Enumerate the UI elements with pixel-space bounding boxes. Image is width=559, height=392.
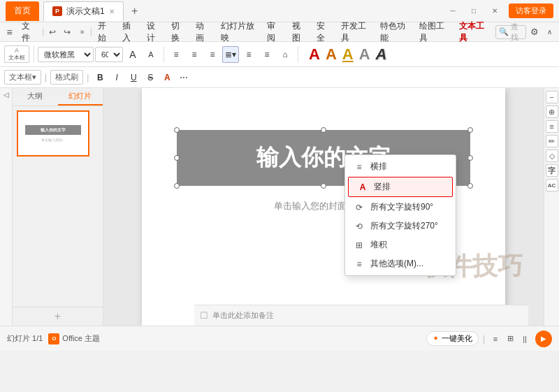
slides-tab[interactable]: 幻灯片 xyxy=(58,88,103,106)
dropdown-label-horizontal: 横排 xyxy=(370,161,387,173)
rp-ac-button[interactable]: AC xyxy=(546,179,558,191)
text-align3-button[interactable]: ≡ xyxy=(259,46,275,63)
dropdown-item-horizontal[interactable]: ≡ 横排 xyxy=(345,157,456,176)
menu-animation[interactable]: 动画 xyxy=(191,19,215,45)
align-left-button[interactable]: ≡ xyxy=(168,46,184,63)
home-tab[interactable]: 首页 xyxy=(6,1,39,21)
menu-hamburger-icon[interactable]: ≡ xyxy=(3,24,16,40)
view-outline-button[interactable]: ≡ xyxy=(489,333,502,345)
stacked-icon: ⊞ xyxy=(354,240,365,251)
add-slide-icon[interactable]: + xyxy=(55,310,61,323)
dropdown-item-more[interactable]: ≡ 其他选项(M)... xyxy=(345,254,456,273)
more-format-button[interactable]: ⋯ xyxy=(176,70,191,85)
textbox-button[interactable]: A 文本框 xyxy=(4,45,29,63)
font-decrease-button[interactable]: A xyxy=(143,46,159,63)
bold-button[interactable]: B xyxy=(92,70,108,85)
handle-bottom-right[interactable] xyxy=(467,183,473,189)
align-justify-button[interactable]: ≡ xyxy=(204,46,221,63)
left-panel: ◁ xyxy=(0,88,13,326)
undo-icon[interactable]: ↩ xyxy=(45,24,59,40)
visitor-login-button[interactable]: 访客登录 xyxy=(509,3,553,18)
menu-insert[interactable]: 插入 xyxy=(118,19,141,45)
add-note-area[interactable]: ☐ 单击此处添加备注 xyxy=(194,305,528,326)
slide-canvas: 输入你的文字 单击输入您的封面副标题 ≡ 横排 xyxy=(142,88,505,326)
dropdown-item-rotate270[interactable]: ⟲ 所有文字旋转270° xyxy=(345,217,456,235)
rp-text-button[interactable]: 字 xyxy=(546,164,558,177)
doc-tab-label: 演示文稿1 xyxy=(66,6,105,17)
textbox-icon: A xyxy=(15,47,19,54)
redo-icon[interactable]: ↪ xyxy=(61,24,74,40)
rp-shape-button[interactable]: ◇ xyxy=(546,150,558,162)
handle-top-left[interactable] xyxy=(174,127,180,133)
menu-review[interactable]: 审阅 xyxy=(263,19,286,45)
slide-item-1[interactable]: 1 输入你的文字 单击输入您的... xyxy=(17,110,99,161)
slide-list: 1 输入你的文字 单击输入您的... xyxy=(13,106,103,307)
handle-bottom-left[interactable] xyxy=(174,183,180,189)
menu-design[interactable]: 设计 xyxy=(143,19,166,45)
settings-icon[interactable]: ⚙ xyxy=(528,24,541,40)
italic-button[interactable]: I xyxy=(109,70,124,85)
left-panel-icon-1[interactable]: ◁ xyxy=(3,91,9,99)
font-name-select[interactable]: 微软雅黑 xyxy=(38,47,94,62)
underline-button[interactable]: U xyxy=(126,70,141,85)
text-style-btn-1[interactable]: A xyxy=(309,45,320,64)
font-size-select[interactable]: 60 xyxy=(95,47,123,62)
view-grid-button[interactable]: ⊞ xyxy=(504,333,516,345)
rp-pencil-button[interactable]: ✏ xyxy=(546,135,558,147)
play-button[interactable]: ▶ xyxy=(535,331,552,347)
menu-file[interactable]: 文件 xyxy=(17,19,41,45)
doc-close-icon[interactable]: ✕ xyxy=(109,8,115,15)
rp-layers-button[interactable]: ≡ xyxy=(546,120,558,133)
search-box[interactable]: 🔍 查找 xyxy=(495,25,526,39)
thumb-title: 输入你的文字 xyxy=(41,127,66,133)
text-direction-dropdown: ≡ 横排 A 竖排 ⟳ 所有文字旋转90° ⟲ 所有文字旋转270° ⊞ 堆 xyxy=(344,154,456,276)
dropdown-item-vertical[interactable]: A 竖排 xyxy=(348,177,453,197)
text-spacing-button[interactable]: ⌂ xyxy=(277,46,293,63)
minimize-button[interactable]: ─ xyxy=(443,3,463,20)
thumb-subtitle: 单击输入您的... xyxy=(41,138,65,142)
outline-tab[interactable]: 大纲 xyxy=(13,88,58,106)
font-increase-button[interactable]: A xyxy=(124,46,141,63)
text-color-button[interactable]: A xyxy=(159,70,175,85)
doc-tab[interactable]: P 演示文稿1 ✕ xyxy=(43,1,124,21)
menu-view[interactable]: 视图 xyxy=(288,19,311,45)
add-slide-area[interactable]: + xyxy=(13,307,103,326)
more-icon[interactable]: » xyxy=(75,24,89,40)
menu-security[interactable]: 安全 xyxy=(312,19,335,45)
align-center-button[interactable]: ≡ xyxy=(186,46,203,63)
text-frame-button[interactable]: 文本框▾ xyxy=(4,70,41,85)
menu-draw[interactable]: 绘图工具 xyxy=(415,19,453,45)
slide-panel: 大纲 幻灯片 1 输入你的文字 单击输入您的... + xyxy=(13,88,103,326)
menu-start[interactable]: 开始 xyxy=(94,19,117,45)
menu-slideshow[interactable]: 幻灯片放映 xyxy=(217,19,262,45)
menu-text[interactable]: 文本工具 xyxy=(455,19,493,45)
handle-middle-left[interactable] xyxy=(174,155,180,161)
handle-bottom-middle[interactable] xyxy=(321,183,326,189)
text-style-btn-2[interactable]: A xyxy=(326,45,337,64)
text-align2-button[interactable]: ≡ xyxy=(240,46,257,63)
beauty-button[interactable]: ✦ 一键美化 xyxy=(426,331,479,346)
rp-plus-button[interactable]: ⊕ xyxy=(546,106,558,118)
dropdown-item-stacked[interactable]: ⊞ 堆积 xyxy=(345,235,456,254)
handle-middle-right[interactable] xyxy=(467,155,473,161)
menu-switch[interactable]: 切换 xyxy=(167,19,190,45)
handle-top-right[interactable] xyxy=(467,127,473,133)
rp-minus-button[interactable]: − xyxy=(546,91,558,103)
text-style-btn-5[interactable]: A xyxy=(376,45,387,64)
text-direction-button[interactable]: ≣▾ xyxy=(222,46,239,63)
maximize-button[interactable]: □ xyxy=(464,3,484,20)
view-columns-button[interactable]: || xyxy=(518,333,531,345)
handle-top-middle[interactable] xyxy=(321,127,326,133)
dropdown-item-rotate90[interactable]: ⟳ 所有文字旋转90° xyxy=(345,198,456,217)
format-brush-button[interactable]: 格式刷 xyxy=(50,70,83,85)
collapse-icon[interactable]: ∧ xyxy=(543,24,556,40)
text-style-btn-4[interactable]: A xyxy=(359,45,370,64)
close-button[interactable]: ✕ xyxy=(485,3,504,20)
menu-dev[interactable]: 开发工具 xyxy=(337,19,375,45)
slide-thumbnail[interactable]: 输入你的文字 单击输入您的... xyxy=(17,110,89,157)
menu-feature[interactable]: 特色功能 xyxy=(376,19,414,45)
text-style-btn-3[interactable]: A xyxy=(342,45,354,64)
slide-area-wrapper: ◁ 大纲 幻灯片 1 输入你的文字 单击输入您的... + xyxy=(0,88,559,326)
new-tab-button[interactable]: + xyxy=(128,4,142,18)
strikethrough-button[interactable]: S xyxy=(143,70,158,85)
